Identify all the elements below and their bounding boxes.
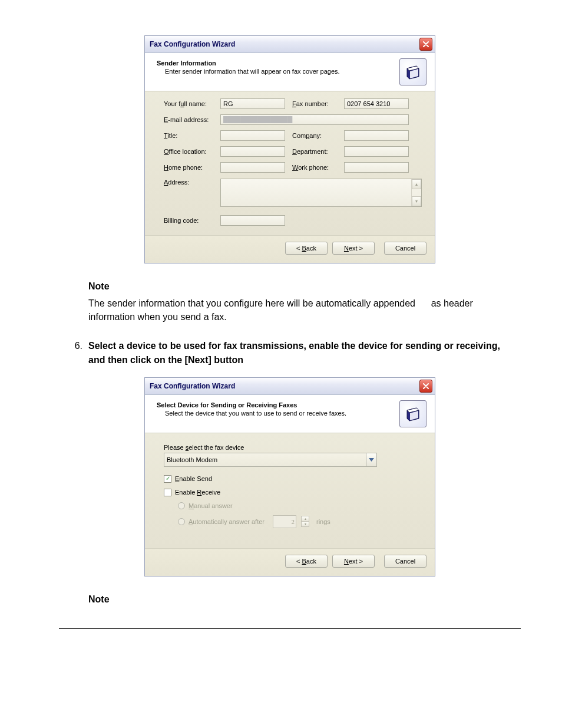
label-work-phone: Work phone: xyxy=(292,164,337,171)
window-title: Fax Configuration Wizard xyxy=(150,40,235,48)
note-heading: Note xyxy=(88,281,521,292)
label-billing: Billing code: xyxy=(164,217,213,224)
rings-input xyxy=(273,515,296,528)
checkmark-icon: ✓ xyxy=(166,476,170,482)
footer-rule xyxy=(59,628,521,629)
note-text: The sender information that you configur… xyxy=(88,297,509,324)
rings-spinner: ▴ ▾ xyxy=(301,516,309,527)
label-title: Title: xyxy=(164,132,213,139)
fax-wizard-sender-info: Fax Configuration Wizard Sender Informat… xyxy=(144,35,435,263)
note-heading: Note xyxy=(88,594,521,605)
company-input[interactable] xyxy=(344,130,409,141)
header-subtitle: Select the device that you want to use t… xyxy=(165,410,346,417)
fax-icon xyxy=(399,400,427,427)
step-text: Select a device to be used for fax trans… xyxy=(88,339,521,366)
step-6: 6. Select a device to be used for fax tr… xyxy=(59,339,521,366)
back-button[interactable]: < Back xyxy=(285,242,328,255)
label-home-phone: Home phone: xyxy=(164,164,213,171)
label-email: E-mail address: xyxy=(164,116,213,123)
header-subtitle: Enter sender information that will appea… xyxy=(165,68,340,75)
label-full-name: Your full name: xyxy=(164,100,213,107)
email-input[interactable] xyxy=(220,114,409,125)
manual-answer-radio-row: Manual answer xyxy=(178,502,422,509)
fax-icon xyxy=(399,58,427,85)
label-fax-number: Fax number: xyxy=(292,100,337,107)
close-icon xyxy=(423,383,429,389)
manual-answer-label: Manual answer xyxy=(189,502,233,509)
label-select-device: Please select the fax device xyxy=(164,444,422,451)
billing-input[interactable] xyxy=(220,215,285,226)
enable-receive-label: Enable Receive xyxy=(175,489,220,496)
full-name-input[interactable] xyxy=(220,98,285,109)
back-button[interactable]: < Back xyxy=(285,555,328,568)
device-combobox[interactable] xyxy=(164,453,377,467)
address-input[interactable] xyxy=(221,179,411,206)
header-title: Sender Information xyxy=(157,60,340,67)
enable-send-label: Enable Send xyxy=(175,475,212,482)
office-input[interactable] xyxy=(220,146,285,157)
title-input[interactable] xyxy=(220,130,285,141)
enable-send-checkbox[interactable]: ✓ xyxy=(164,475,171,483)
next-button[interactable]: Next > xyxy=(332,242,375,255)
manual-answer-radio xyxy=(178,502,185,509)
device-combobox-input[interactable] xyxy=(164,453,366,466)
chevron-down-icon xyxy=(369,458,374,462)
auto-answer-label: Automatically answer after xyxy=(189,518,265,525)
label-department: Department: xyxy=(292,148,337,155)
window-title: Fax Configuration Wizard xyxy=(150,382,235,390)
close-icon xyxy=(423,41,429,47)
cancel-button[interactable]: Cancel xyxy=(384,555,427,568)
enable-send-checkbox-row[interactable]: ✓ Enable Send xyxy=(164,475,422,483)
enable-receive-checkbox[interactable] xyxy=(164,489,171,496)
label-company: Company: xyxy=(292,132,337,139)
wizard-header: Sender Information Enter sender informat… xyxy=(145,53,435,91)
label-office: Office location: xyxy=(164,148,213,155)
address-scrollbar[interactable]: ▴ ▾ xyxy=(411,179,421,206)
home-phone-input[interactable] xyxy=(220,162,285,173)
auto-answer-radio xyxy=(178,518,185,525)
combobox-dropdown-button[interactable] xyxy=(366,453,376,466)
label-address: Address: xyxy=(164,179,213,186)
close-button[interactable] xyxy=(419,38,432,51)
next-button[interactable]: Next > xyxy=(332,555,375,568)
rings-label: rings xyxy=(316,518,330,525)
fax-number-input[interactable] xyxy=(344,98,409,109)
fax-wizard-select-device: Fax Configuration Wizard Select Device f… xyxy=(144,377,435,577)
auto-answer-radio-row: Automatically answer after ▴ ▾ rings xyxy=(178,515,422,528)
step-number: 6. xyxy=(59,339,88,366)
enable-receive-checkbox-row[interactable]: Enable Receive xyxy=(164,489,422,496)
spinner-down-icon: ▾ xyxy=(302,522,309,526)
close-button[interactable] xyxy=(419,380,432,393)
titlebar: Fax Configuration Wizard xyxy=(145,378,435,395)
wizard-header: Select Device for Sending or Receiving F… xyxy=(145,395,435,433)
cancel-button[interactable]: Cancel xyxy=(384,242,427,255)
spinner-up-icon: ▴ xyxy=(302,516,309,522)
work-phone-input[interactable] xyxy=(344,162,409,173)
scroll-up-icon[interactable]: ▴ xyxy=(412,179,421,189)
titlebar: Fax Configuration Wizard xyxy=(145,36,435,53)
scroll-down-icon[interactable]: ▾ xyxy=(412,196,421,206)
department-input[interactable] xyxy=(344,146,409,157)
header-title: Select Device for Sending or Receiving F… xyxy=(157,401,346,409)
